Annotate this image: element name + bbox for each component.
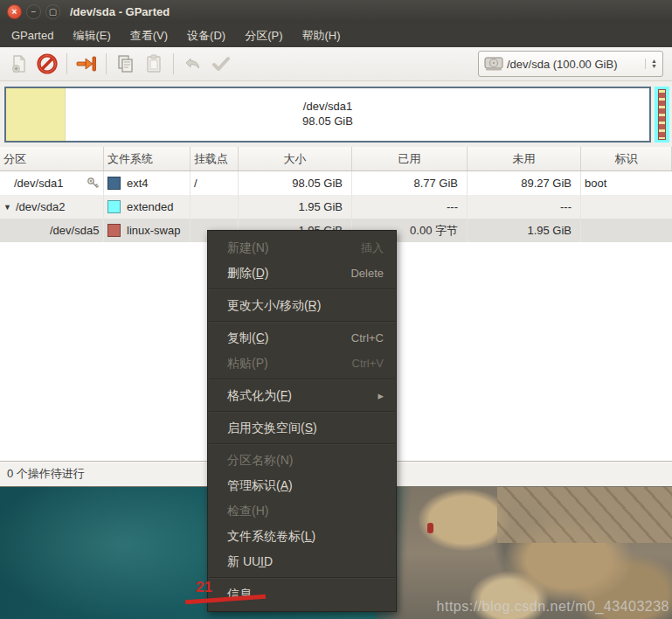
fs-color-swatch: [107, 200, 121, 213]
col-header-mountpoint[interactable]: 挂载点: [191, 147, 239, 170]
menu-item-label: 管理标识(A̲): [227, 478, 293, 494]
menu-partition[interactable]: 分区(P): [235, 24, 292, 48]
menu-item-label: 删除(D̲): [227, 266, 268, 282]
partition-bar-sda5[interactable]: [655, 87, 669, 143]
table-row-sda2[interactable]: ▼ /dev/sda2 extended 1.95 GiB --- ---: [0, 195, 672, 219]
fs-color-swatch: [107, 177, 121, 190]
device-label: /dev/sda (100.00 GiB): [507, 58, 617, 71]
table-row-sda1[interactable]: /dev/sda1 ext4 / 98.05 GiB 8.77 GiB 89.2…: [0, 171, 672, 195]
menu-separator: [209, 411, 395, 412]
partition-name: /dev/sda2: [16, 200, 65, 213]
menu-item-delete[interactable]: 删除(D̲)Delete: [208, 261, 396, 286]
col-header-size[interactable]: 大小: [239, 147, 352, 170]
used-value: ---: [352, 195, 468, 219]
menu-item-accelerator: 插入: [345, 240, 384, 256]
menu-item-new: 新建(N)插入: [208, 235, 396, 261]
delete-partition-icon[interactable]: [33, 51, 61, 77]
menu-separator: [209, 577, 395, 578]
apply-icon: [207, 51, 235, 77]
menu-item-copy[interactable]: 复制(C̲)Ctrl+C: [208, 325, 396, 351]
partition-name: /dev/sda5: [50, 224, 99, 237]
maximize-button[interactable]: ▢: [45, 4, 60, 19]
menu-item-accelerator: Delete: [335, 267, 384, 280]
menu-separator: [209, 289, 395, 289]
window-title: /dev/sda - GParted: [70, 5, 170, 18]
menu-item-resize-move[interactable]: 更改大小/移动(R̲): [208, 293, 396, 318]
size-value: 1.95 GiB: [239, 195, 352, 219]
minimize-button[interactable]: −: [26, 4, 41, 19]
unused-value: ---: [468, 195, 581, 219]
menu-item-accelerator: Ctrl+V: [336, 357, 384, 370]
device-spinner[interactable]: ▲ ▼: [645, 59, 659, 69]
menu-item-information[interactable]: 信息: [208, 581, 396, 607]
flags-value: [581, 219, 672, 242]
menu-gparted[interactable]: GParted: [2, 24, 63, 46]
undo-icon: [179, 51, 207, 77]
new-partition-icon: [5, 51, 33, 77]
flags-value: boot: [581, 171, 672, 195]
menu-item-label-fs[interactable]: 文件系统卷标(L̲): [208, 524, 396, 549]
resize-move-icon[interactable]: [73, 51, 100, 77]
menu-item-label: 新建(N): [227, 240, 268, 256]
menu-item-manage-flags[interactable]: 管理标识(A̲): [208, 473, 396, 498]
menu-item-format-to[interactable]: 格式化为(F̲)▸: [208, 383, 396, 408]
menu-item-label: 文件系统卷标(L̲): [227, 529, 315, 545]
menu-edit[interactable]: 编辑(E): [63, 24, 120, 48]
key-icon: [87, 177, 100, 190]
menu-item-label: 启用交换空间(S̲): [227, 421, 317, 436]
menu-item-label: 新 UUI̲D: [227, 554, 273, 570]
menu-help[interactable]: 帮助(H): [293, 24, 350, 48]
spinner-down-icon[interactable]: ▼: [651, 64, 657, 69]
menu-item-accelerator: Ctrl+C: [336, 331, 384, 344]
col-header-filesystem[interactable]: 文件系统: [104, 147, 191, 170]
pending-operations-text: 0 个操作待进行: [7, 466, 85, 482]
expander-icon[interactable]: ▼: [3, 203, 16, 212]
menu-view[interactable]: 查看(V): [121, 24, 177, 48]
menu-item-label: 复制(C̲): [227, 330, 268, 346]
partition-name: /dev/sda1: [14, 177, 63, 190]
flags-value: [581, 195, 672, 219]
col-header-unused[interactable]: 未用: [468, 147, 581, 170]
watermark-text: https://blog.csdn.net/m0_43403238: [437, 599, 669, 615]
menu-item-label: 更改大小/移动(R̲): [227, 298, 321, 314]
col-header-flags[interactable]: 标识: [581, 147, 672, 170]
table-header-row: 分区 文件系统 挂载点 大小 已用 未用 标识: [0, 147, 672, 171]
menu-item-label: 分区名称(N): [227, 453, 293, 469]
partition-bar-sda1[interactable]: /dev/sda1 98.05 GiB: [4, 87, 651, 143]
menu-separator: [209, 379, 395, 379]
annotation-number: 21: [196, 579, 212, 596]
toolbar-separator: [106, 53, 107, 74]
menubar: GParted 编辑(E) 查看(V) 设备(D) 分区(P) 帮助(H): [0, 24, 672, 47]
mount-point: /: [191, 171, 239, 195]
partition-context-menu: 新建(N)插入删除(D̲)Delete更改大小/移动(R̲)复制(C̲)Ctrl…: [207, 230, 397, 612]
menu-item-paste: 粘贴(P)Ctrl+V: [208, 351, 396, 376]
toolbar: /dev/sda (100.00 GiB) ▲ ▼: [0, 47, 672, 81]
swap-pattern: [658, 89, 666, 140]
paste-icon: [140, 51, 168, 77]
titlebar: × − ▢ /dev/sda - GParted: [0, 0, 672, 24]
partition-bar-name: /dev/sda1: [303, 100, 352, 115]
copy-icon: [112, 51, 140, 77]
close-button[interactable]: ×: [7, 4, 22, 19]
menu-separator: [209, 321, 395, 322]
fs-name: linux-swap: [127, 224, 180, 237]
menu-item-check: 检查(H): [208, 498, 396, 524]
hard-disk-icon: [484, 56, 503, 72]
menu-item-name-partition: 分区名称(N): [208, 448, 396, 473]
partition-bar-label: /dev/sda1 98.05 GiB: [6, 88, 649, 141]
device-selector[interactable]: /dev/sda (100.00 GiB) ▲ ▼: [478, 51, 663, 77]
unused-value: 1.95 GiB: [468, 219, 581, 242]
menu-device[interactable]: 设备(D): [177, 24, 235, 48]
fs-name: extended: [127, 200, 174, 213]
toolbar-separator: [66, 53, 67, 74]
col-header-partition[interactable]: 分区: [0, 147, 104, 170]
menu-item-label: 粘贴(P): [227, 356, 268, 372]
col-header-used[interactable]: 已用: [352, 147, 468, 170]
menu-item-swapon[interactable]: 启用交换空间(S̲): [208, 415, 396, 441]
fs-name: ext4: [127, 177, 149, 190]
fs-color-swatch: [107, 224, 121, 237]
mount-point: [191, 195, 239, 219]
menu-item-new-uuid[interactable]: 新 UUI̲D: [208, 549, 396, 574]
submenu-arrow-icon: ▸: [362, 389, 384, 402]
unused-value: 89.27 GiB: [468, 171, 581, 195]
